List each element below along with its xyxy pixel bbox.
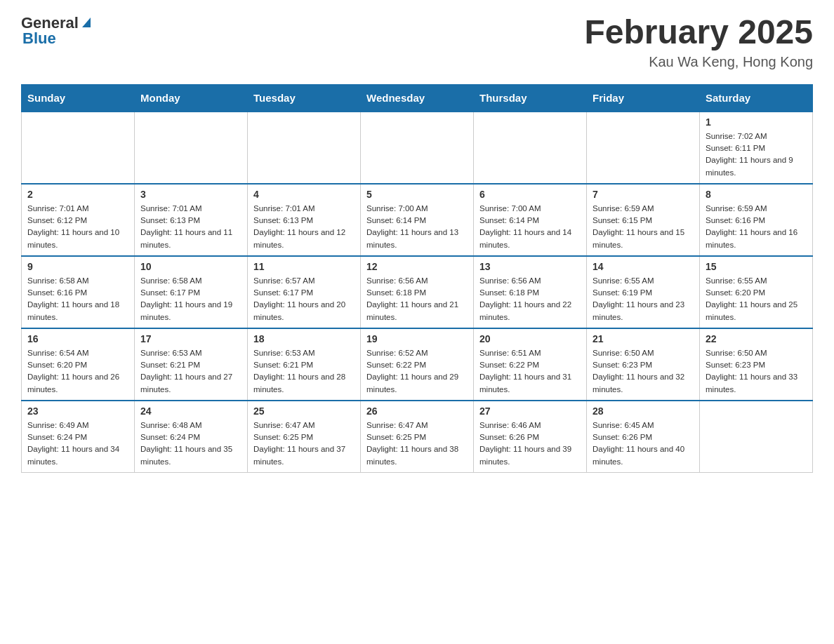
- calendar-cell: 24Sunrise: 6:48 AMSunset: 6:24 PMDayligh…: [135, 401, 248, 473]
- day-number: 28: [593, 405, 694, 417]
- calendar-header-thursday: Thursday: [474, 84, 587, 112]
- calendar-cell: 28Sunrise: 6:45 AMSunset: 6:26 PMDayligh…: [587, 401, 700, 473]
- day-number: 8: [706, 189, 807, 200]
- day-info: Sunrise: 7:01 AMSunset: 6:13 PMDaylight:…: [253, 203, 355, 251]
- day-number: 21: [593, 333, 694, 344]
- day-number: 26: [366, 405, 468, 417]
- day-number: 11: [253, 261, 355, 272]
- day-info: Sunrise: 6:47 AMSunset: 6:25 PMDaylight:…: [366, 420, 468, 468]
- calendar-cell: 8Sunrise: 6:59 AMSunset: 6:16 PMDaylight…: [700, 184, 813, 256]
- calendar-cell: 7Sunrise: 6:59 AMSunset: 6:15 PMDaylight…: [587, 184, 700, 256]
- calendar-cell: 13Sunrise: 6:56 AMSunset: 6:18 PMDayligh…: [474, 256, 587, 328]
- calendar-cell: [135, 112, 248, 184]
- calendar-cell: 14Sunrise: 6:55 AMSunset: 6:19 PMDayligh…: [587, 256, 700, 328]
- day-info: Sunrise: 6:56 AMSunset: 6:18 PMDaylight:…: [366, 275, 468, 323]
- calendar-cell: 27Sunrise: 6:46 AMSunset: 6:26 PMDayligh…: [474, 401, 587, 473]
- day-number: 20: [479, 333, 581, 344]
- day-number: 23: [27, 405, 128, 417]
- calendar-cell: 25Sunrise: 6:47 AMSunset: 6:25 PMDayligh…: [248, 401, 361, 473]
- calendar-cell: 15Sunrise: 6:55 AMSunset: 6:20 PMDayligh…: [700, 256, 813, 328]
- calendar-header-row: SundayMondayTuesdayWednesdayThursdayFrid…: [22, 84, 813, 112]
- day-number: 24: [140, 405, 241, 417]
- logo: General Blue: [21, 14, 91, 48]
- page-header: General Blue February 2025 Kau Wa Keng, …: [21, 14, 813, 70]
- logo-triangle-icon: [82, 18, 91, 27]
- day-number: 22: [706, 333, 807, 344]
- calendar-cell: [700, 401, 813, 473]
- day-number: 6: [479, 189, 581, 200]
- day-number: 5: [366, 189, 468, 200]
- day-number: 27: [479, 405, 581, 417]
- calendar-cell: 17Sunrise: 6:53 AMSunset: 6:21 PMDayligh…: [135, 328, 248, 401]
- day-info: Sunrise: 6:47 AMSunset: 6:25 PMDaylight:…: [253, 420, 355, 468]
- calendar-cell: 19Sunrise: 6:52 AMSunset: 6:22 PMDayligh…: [361, 328, 474, 401]
- day-info: Sunrise: 6:58 AMSunset: 6:16 PMDaylight:…: [27, 275, 128, 323]
- calendar-cell: 4Sunrise: 7:01 AMSunset: 6:13 PMDaylight…: [248, 184, 361, 256]
- calendar-week-row: 9Sunrise: 6:58 AMSunset: 6:16 PMDaylight…: [22, 256, 813, 328]
- calendar-cell: 6Sunrise: 7:00 AMSunset: 6:14 PMDaylight…: [474, 184, 587, 256]
- day-info: Sunrise: 7:01 AMSunset: 6:12 PMDaylight:…: [27, 203, 128, 251]
- month-title: February 2025: [584, 14, 813, 51]
- day-number: 1: [706, 116, 807, 128]
- day-number: 15: [706, 261, 807, 272]
- day-number: 17: [140, 333, 241, 344]
- day-info: Sunrise: 6:54 AMSunset: 6:20 PMDaylight:…: [27, 347, 128, 396]
- calendar-header-wednesday: Wednesday: [361, 84, 474, 112]
- day-info: Sunrise: 7:00 AMSunset: 6:14 PMDaylight:…: [366, 203, 468, 251]
- day-info: Sunrise: 6:51 AMSunset: 6:22 PMDaylight:…: [479, 347, 581, 396]
- day-number: 25: [253, 405, 355, 417]
- calendar-cell: 10Sunrise: 6:58 AMSunset: 6:17 PMDayligh…: [135, 256, 248, 328]
- calendar-cell: 22Sunrise: 6:50 AMSunset: 6:23 PMDayligh…: [700, 328, 813, 401]
- day-number: 13: [479, 261, 581, 272]
- calendar-week-row: 1Sunrise: 7:02 AMSunset: 6:11 PMDaylight…: [22, 112, 813, 184]
- day-info: Sunrise: 6:50 AMSunset: 6:23 PMDaylight:…: [593, 347, 694, 396]
- day-number: 10: [140, 261, 241, 272]
- day-info: Sunrise: 6:59 AMSunset: 6:16 PMDaylight:…: [706, 203, 807, 251]
- calendar-week-row: 23Sunrise: 6:49 AMSunset: 6:24 PMDayligh…: [22, 401, 813, 473]
- day-info: Sunrise: 6:58 AMSunset: 6:17 PMDaylight:…: [140, 275, 241, 323]
- calendar-cell: 21Sunrise: 6:50 AMSunset: 6:23 PMDayligh…: [587, 328, 700, 401]
- calendar-cell: 23Sunrise: 6:49 AMSunset: 6:24 PMDayligh…: [22, 401, 135, 473]
- calendar-table: SundayMondayTuesdayWednesdayThursdayFrid…: [21, 84, 813, 473]
- day-info: Sunrise: 6:53 AMSunset: 6:21 PMDaylight:…: [253, 347, 355, 396]
- calendar-cell: 3Sunrise: 7:01 AMSunset: 6:13 PMDaylight…: [135, 184, 248, 256]
- title-block: February 2025 Kau Wa Keng, Hong Kong: [584, 14, 813, 70]
- day-number: 9: [27, 261, 128, 272]
- day-number: 12: [366, 261, 468, 272]
- calendar-cell: [361, 112, 474, 184]
- calendar-cell: 16Sunrise: 6:54 AMSunset: 6:20 PMDayligh…: [22, 328, 135, 401]
- day-number: 7: [593, 189, 694, 200]
- calendar-week-row: 2Sunrise: 7:01 AMSunset: 6:12 PMDaylight…: [22, 184, 813, 256]
- calendar-cell: [474, 112, 587, 184]
- day-info: Sunrise: 7:01 AMSunset: 6:13 PMDaylight:…: [140, 203, 241, 251]
- calendar-cell: 18Sunrise: 6:53 AMSunset: 6:21 PMDayligh…: [248, 328, 361, 401]
- day-info: Sunrise: 6:48 AMSunset: 6:24 PMDaylight:…: [140, 420, 241, 468]
- day-info: Sunrise: 6:45 AMSunset: 6:26 PMDaylight:…: [593, 420, 694, 468]
- day-number: 18: [253, 333, 355, 344]
- day-number: 3: [140, 189, 241, 200]
- calendar-cell: 11Sunrise: 6:57 AMSunset: 6:17 PMDayligh…: [248, 256, 361, 328]
- location: Kau Wa Keng, Hong Kong: [584, 54, 813, 70]
- calendar-week-row: 16Sunrise: 6:54 AMSunset: 6:20 PMDayligh…: [22, 328, 813, 401]
- day-info: Sunrise: 6:55 AMSunset: 6:19 PMDaylight:…: [593, 275, 694, 323]
- calendar-header-saturday: Saturday: [700, 84, 813, 112]
- day-info: Sunrise: 6:59 AMSunset: 6:15 PMDaylight:…: [593, 203, 694, 251]
- day-info: Sunrise: 7:02 AMSunset: 6:11 PMDaylight:…: [706, 130, 807, 179]
- day-number: 19: [366, 333, 468, 344]
- calendar-cell: 5Sunrise: 7:00 AMSunset: 6:14 PMDaylight…: [361, 184, 474, 256]
- day-info: Sunrise: 6:53 AMSunset: 6:21 PMDaylight:…: [140, 347, 241, 396]
- calendar-cell: 2Sunrise: 7:01 AMSunset: 6:12 PMDaylight…: [22, 184, 135, 256]
- calendar-header-tuesday: Tuesday: [248, 84, 361, 112]
- calendar-cell: 9Sunrise: 6:58 AMSunset: 6:16 PMDaylight…: [22, 256, 135, 328]
- day-number: 2: [27, 189, 128, 200]
- calendar-cell: 26Sunrise: 6:47 AMSunset: 6:25 PMDayligh…: [361, 401, 474, 473]
- day-number: 16: [27, 333, 128, 344]
- day-info: Sunrise: 6:49 AMSunset: 6:24 PMDaylight:…: [27, 420, 128, 468]
- calendar-cell: 1Sunrise: 7:02 AMSunset: 6:11 PMDaylight…: [700, 112, 813, 184]
- calendar-cell: 12Sunrise: 6:56 AMSunset: 6:18 PMDayligh…: [361, 256, 474, 328]
- calendar-cell: 20Sunrise: 6:51 AMSunset: 6:22 PMDayligh…: [474, 328, 587, 401]
- calendar-header-monday: Monday: [135, 84, 248, 112]
- day-info: Sunrise: 7:00 AMSunset: 6:14 PMDaylight:…: [479, 203, 581, 251]
- day-info: Sunrise: 6:55 AMSunset: 6:20 PMDaylight:…: [706, 275, 807, 323]
- calendar-cell: [248, 112, 361, 184]
